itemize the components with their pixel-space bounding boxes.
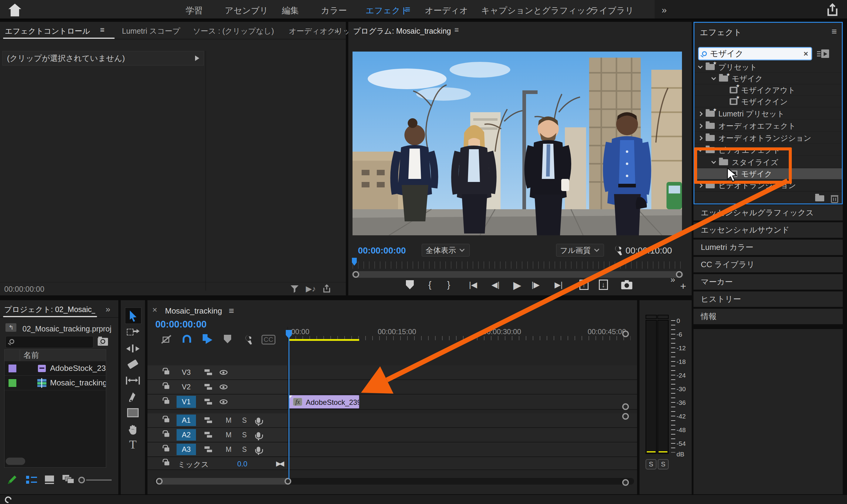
timeline-settings-wrench-icon[interactable] [242,334,253,345]
filter-icon[interactable] [290,285,299,293]
program-scrub-ruler[interactable] [353,262,682,269]
mute-button[interactable]: M [226,416,231,425]
track-target-a2[interactable]: A2 [177,429,196,440]
scrollbar-right-knob[interactable] [285,478,291,485]
scrollbar-right-knob[interactable] [676,271,683,278]
export-frame-icon[interactable] [322,284,331,293]
track-v3-lane[interactable] [287,365,637,380]
close-sequence-icon[interactable]: × [152,305,157,315]
selection-tool[interactable] [127,310,138,322]
tab-effect-controls[interactable]: エフェクトコントロール [5,26,90,36]
tab-libraries[interactable]: ライブラリ [590,5,634,16]
table-scrollbar-thumb[interactable] [6,457,25,465]
timeline-ruler[interactable]: :00:00 00:00:15:00 00:00:30:00 00:00:45:… [287,327,634,341]
mute-button[interactable]: M [226,446,231,454]
captions-icon[interactable]: CC [262,335,276,344]
workspace-overflow-icon[interactable]: » [661,5,667,15]
slip-tool[interactable] [126,377,140,384]
v-scroll-knob[interactable] [622,403,629,410]
transport-more-icon[interactable]: » [670,275,675,285]
tree-item-lumetri-presets[interactable]: Lumetri プリセット [694,108,842,120]
timeline-scrollbar[interactable] [155,478,634,485]
sequence-tab[interactable]: Mosaic_tracking [165,306,222,316]
track-target-v3[interactable]: V3 [177,367,196,378]
project-overflow-icon[interactable]: » [106,304,110,314]
creative-cloud-icon[interactable] [4,495,13,504]
panel-markers[interactable]: マーカー [693,274,843,290]
solo-left-button[interactable]: S [646,459,656,469]
settings-wrench-icon[interactable] [611,244,623,256]
track-v2-lane[interactable] [287,380,637,395]
tab-assembly[interactable]: アセンブリ [225,5,268,16]
label-color-chip[interactable] [8,379,17,387]
source-patch-icon[interactable] [205,399,212,405]
track-a1-lane[interactable] [287,413,637,428]
mute-button[interactable]: M [226,431,231,439]
workspace-menu-icon[interactable]: ≡ [405,4,410,15]
track-v1-lane[interactable]: fx AdobeStock_23984 [287,395,637,410]
no-clip-selected-header[interactable]: (クリップが選択されていません) [2,51,204,66]
v-scroll-knob[interactable] [622,479,629,486]
effects-panel-menu-icon[interactable]: ≡ [831,26,837,37]
project-file-name[interactable]: 02_Mosaic_tracking.prproj [22,324,111,333]
export-icon[interactable] [826,3,839,16]
tab-learning[interactable]: 学習 [186,5,202,16]
solo-button[interactable]: S [242,416,247,425]
pen-tool[interactable] [127,392,138,403]
freeform-view-icon[interactable] [63,475,74,485]
tree-item-presets[interactable]: プリセット [694,61,842,73]
tab-lumetri-scopes[interactable]: Lumetri スコープ [122,26,180,36]
tab-editing[interactable]: 編集 [282,5,299,16]
mix-volume-value[interactable]: 0.0 [237,460,247,468]
program-menu-icon[interactable]: ≡ [455,25,459,34]
tree-item-audio-effects[interactable]: オーディオエフェクト [694,120,842,132]
nest-toggle-icon[interactable] [161,335,171,344]
panel-essential-graphics[interactable]: エッセンシャルグラフィックス [693,205,843,221]
trash-icon[interactable] [830,194,839,203]
tab-captions-graphics[interactable]: キャプションとグラフィック [481,5,594,16]
extract-icon[interactable]: ↓ [599,280,608,290]
new-preset-bin-icon[interactable] [817,50,829,59]
new-bin-icon[interactable] [815,195,824,201]
effect-controls-splitter[interactable] [205,51,206,290]
play-icon[interactable]: ▶ [513,279,521,291]
project-search-input[interactable] [5,336,93,348]
project-item-sequence[interactable]: Mosaic_tracking [4,376,106,390]
name-column-header[interactable]: 名前 [23,350,39,361]
lock-icon[interactable] [164,433,169,437]
clear-search-icon[interactable]: × [804,49,808,58]
track-target-a3[interactable]: A3 [177,444,196,455]
voiceover-record-icon[interactable] [257,432,260,437]
hand-tool[interactable] [127,424,139,435]
toggle-track-output-icon[interactable] [219,370,228,375]
program-timecode[interactable]: 00:00:00:00 [358,246,406,256]
tab-source[interactable]: ソース : (クリップなし) [193,26,274,36]
type-tool[interactable]: T [129,437,137,452]
zoom-slider[interactable] [78,477,112,483]
solo-right-button[interactable]: S [658,459,669,469]
source-patch-icon[interactable] [205,417,212,423]
lock-icon[interactable] [164,448,169,452]
track-target-a1[interactable]: A1 [177,415,196,426]
mark-in-icon[interactable]: { [428,280,431,290]
fit-dropdown[interactable]: 全体表示 [422,244,470,256]
icon-view-icon[interactable] [45,475,55,485]
program-monitor-title[interactable]: プログラム: Mosaic_tracking [353,26,451,36]
lock-icon[interactable] [164,418,169,422]
label-color-chip[interactable] [8,364,17,373]
source-patch-icon[interactable] [205,446,212,452]
v-scroll-knob[interactable] [622,413,629,420]
source-patch-icon[interactable] [205,384,212,390]
effects-panel-title[interactable]: エフェクト [700,27,742,38]
lift-icon[interactable]: ↑ [579,280,588,290]
tree-item-mosaic-bin[interactable]: モザイク [694,73,842,84]
tree-item-mosaic-in[interactable]: モザイクイン [694,96,842,107]
keyframe-nav-icon[interactable]: ▶◀ [276,460,282,468]
panel-overflow-icon[interactable]: » [334,26,339,36]
lock-icon[interactable] [164,462,169,466]
list-view-icon[interactable] [26,475,37,485]
voiceover-record-icon[interactable] [257,447,260,452]
writable-pencil-icon[interactable] [6,474,18,486]
timeline-timecode[interactable]: 00:00:00:00 [155,319,207,330]
snap-magnet-icon[interactable] [183,335,191,343]
